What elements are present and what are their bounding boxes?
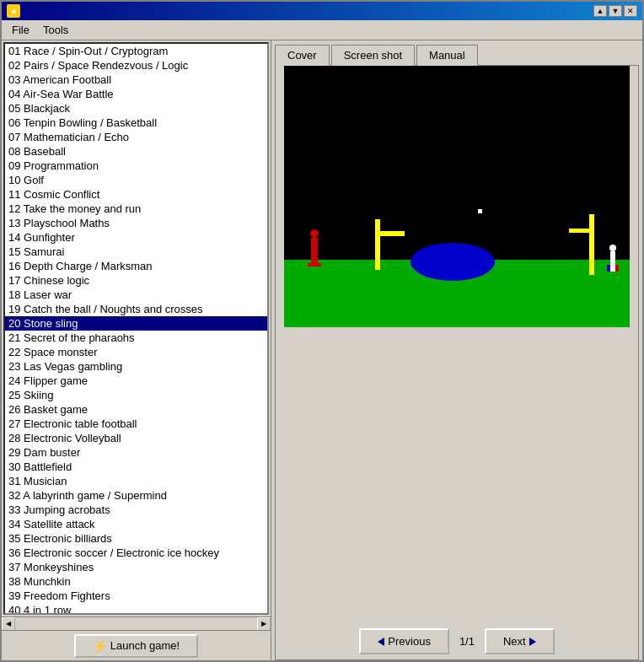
- list-item[interactable]: 02 Pairs / Space Rendezvous / Logic: [5, 58, 267, 73]
- close-button[interactable]: ✕: [624, 5, 637, 17]
- horizontal-scrollbar[interactable]: ◀ ▶: [2, 616, 271, 630]
- list-item[interactable]: 32 A labyrinth game / Supermind: [5, 488, 267, 503]
- list-item[interactable]: 05 Blackjack: [5, 101, 267, 116]
- tab-bar: Cover Screen shot Manual: [271, 40, 642, 65]
- tab-screenshot[interactable]: Screen shot: [331, 45, 415, 66]
- title-bar-buttons: ▲ ▼ ✕: [593, 5, 637, 17]
- bottom-nav: Previous 1/1 Next: [276, 623, 638, 659]
- title-bar-left: ★: [7, 4, 24, 18]
- scroll-track[interactable]: [15, 618, 257, 630]
- scroll-left-button[interactable]: ◀: [2, 617, 15, 631]
- game-list[interactable]: 01 Race / Spin-Out / Cryptogram02 Pairs …: [5, 44, 267, 613]
- launch-bar: ⚡ Launch game!: [2, 630, 271, 660]
- screenshot-image: [284, 66, 630, 327]
- list-item[interactable]: 38 Munchkin: [5, 574, 267, 589]
- previous-button[interactable]: Previous: [359, 628, 449, 654]
- list-item[interactable]: 28 Electronic Volleyball: [5, 431, 267, 445]
- list-item[interactable]: 37 Monkeyshines: [5, 560, 267, 574]
- app-icon: ★: [7, 4, 20, 18]
- list-item[interactable]: 25 Skiing: [5, 388, 267, 402]
- previous-arrow-icon: [378, 638, 384, 646]
- list-item[interactable]: 24 Flipper game: [5, 374, 267, 388]
- list-item[interactable]: 21 Secret of the pharaohs: [5, 331, 267, 345]
- list-item[interactable]: 01 Race / Spin-Out / Cryptogram: [5, 44, 267, 58]
- list-item[interactable]: 39 Freedom Fighters: [5, 589, 267, 603]
- list-item[interactable]: 35 Electronic billiards: [5, 531, 267, 546]
- tab-cover[interactable]: Cover: [275, 45, 330, 66]
- list-item[interactable]: 22 Space monster: [5, 345, 267, 359]
- list-item[interactable]: 30 Battlefield: [5, 460, 267, 474]
- menu-bar: File Tools: [2, 20, 642, 40]
- list-item[interactable]: 26 Basket game: [5, 402, 267, 417]
- list-item[interactable]: 34 Satellite attack: [5, 517, 267, 531]
- main-window: ★ ▲ ▼ ✕ File Tools 01 Race / Spin-Out / …: [0, 0, 644, 662]
- list-item[interactable]: 33 Jumping acrobats: [5, 503, 267, 517]
- tab-content: Previous 1/1 Next: [275, 65, 639, 660]
- list-item[interactable]: 04 Air-Sea War Battle: [5, 87, 267, 101]
- list-item[interactable]: 09 Programmation: [5, 159, 267, 173]
- page-indicator: 1/1: [456, 635, 478, 648]
- list-item[interactable]: 40 4 in 1 row: [5, 603, 267, 613]
- player-right: [609, 245, 616, 272]
- list-item[interactable]: 18 Laser war: [5, 288, 267, 302]
- list-item[interactable]: 20 Stone sling: [5, 316, 267, 331]
- list-item[interactable]: 10 Golf: [5, 173, 267, 187]
- tab-manual[interactable]: Manual: [416, 45, 478, 66]
- list-item[interactable]: 13 Playschool Maths: [5, 216, 267, 230]
- list-item[interactable]: 23 Las Vegas gambling: [5, 359, 267, 374]
- minimize-button[interactable]: ▲: [593, 5, 607, 17]
- list-item[interactable]: 19 Catch the ball / Noughts and crosses: [5, 302, 267, 316]
- launch-button[interactable]: ⚡ Launch game!: [74, 634, 198, 658]
- left-panel: 01 Race / Spin-Out / Cryptogram02 Pairs …: [2, 40, 271, 660]
- list-item[interactable]: 06 Tenpin Bowling / Basketball: [5, 116, 267, 130]
- lightning-icon: ⚡: [93, 639, 107, 653]
- menu-tools[interactable]: Tools: [36, 22, 75, 38]
- list-item[interactable]: 03 American Football: [5, 73, 267, 87]
- player-red: [308, 229, 321, 266]
- list-item[interactable]: 08 Baseball: [5, 144, 267, 159]
- list-item[interactable]: 31 Musician: [5, 474, 267, 488]
- next-button[interactable]: Next: [485, 628, 555, 654]
- list-item[interactable]: 16 Depth Charge / Marksman: [5, 259, 267, 273]
- next-arrow-icon: [529, 638, 536, 646]
- launch-button-label: Launch game!: [110, 639, 180, 652]
- next-button-label: Next: [503, 635, 526, 648]
- previous-button-label: Previous: [388, 635, 431, 648]
- list-item[interactable]: 15 Samurai: [5, 245, 267, 259]
- scroll-right-button[interactable]: ▶: [257, 617, 271, 631]
- list-item[interactable]: 12 Take the money and run: [5, 202, 267, 216]
- list-item[interactable]: 17 Chinese logic: [5, 273, 267, 288]
- list-item[interactable]: 07 Mathematician / Echo: [5, 130, 267, 144]
- game-ball: [478, 209, 482, 213]
- main-content: 01 Race / Spin-Out / Cryptogram02 Pairs …: [2, 40, 642, 660]
- list-item[interactable]: 27 Electronic table football: [5, 417, 267, 431]
- title-bar: ★ ▲ ▼ ✕: [2, 2, 642, 20]
- game-list-container: 01 Race / Spin-Out / Cryptogram02 Pairs …: [3, 42, 269, 615]
- right-panel: Cover Screen shot Manual: [271, 40, 642, 660]
- list-item[interactable]: 36 Electronic soccer / Electronic ice ho…: [5, 546, 267, 560]
- list-item[interactable]: 11 Cosmic Conflict: [5, 187, 267, 202]
- menu-file[interactable]: File: [5, 22, 36, 38]
- list-item[interactable]: 14 Gunfighter: [5, 230, 267, 245]
- maximize-button[interactable]: ▼: [609, 5, 622, 17]
- screenshot-area: [276, 66, 638, 623]
- list-item[interactable]: 29 Dam buster: [5, 445, 267, 460]
- game-pool: [411, 243, 495, 281]
